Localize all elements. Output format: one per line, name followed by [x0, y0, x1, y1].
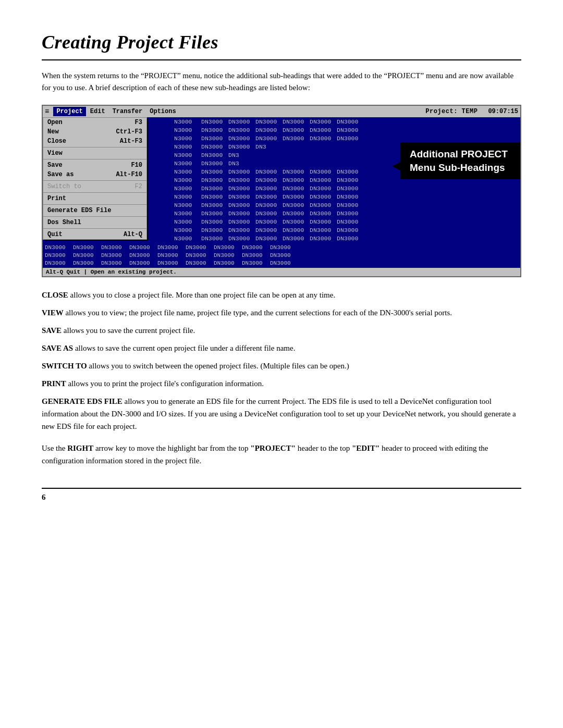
- para-generate: GENERATE EDS FILE allows you to generate…: [42, 395, 521, 433]
- para-switch-to: SWITCH TO allows you to switch between t…: [42, 360, 521, 372]
- para-view: VIEW allows you to view; the project fil…: [42, 306, 521, 319]
- print-text: allows you to print the project file's c…: [68, 379, 264, 388]
- menu-switch-to: Switch to F2: [43, 182, 146, 191]
- callout-line2: Menu Sub-Headings: [410, 162, 505, 173]
- callout-box: Additional PROJECT Menu Sub-Headings: [400, 142, 520, 179]
- page-number: 6: [42, 493, 46, 501]
- para-save-as: SAVE AS allows to save the current open …: [42, 342, 521, 354]
- save-as-text: allows to save the current open project …: [75, 344, 295, 352]
- intro-paragraph: When the system returns to the “PROJECT”…: [42, 70, 521, 93]
- closing-project-bold: "PROJECT": [250, 444, 296, 452]
- close-text: allows you to close a project file. More…: [70, 291, 336, 299]
- page-title: Creating Project Files: [42, 31, 521, 53]
- menu-dos-shell-label: Dos Shell: [47, 219, 81, 226]
- menu-open-label: Open: [47, 119, 63, 126]
- page-footer: 6: [42, 488, 521, 502]
- closing-right-bold: RIGHT: [67, 444, 93, 452]
- para-closing: Use the RIGHT arrow key to move the high…: [42, 442, 521, 467]
- menu-open-shortcut: F3: [135, 119, 142, 126]
- menu-save-as[interactable]: Save as Alt-F10: [43, 170, 146, 179]
- menu-save-as-label: Save as: [47, 171, 74, 178]
- menu-view-label: View: [47, 150, 63, 157]
- menu-save[interactable]: Save F10: [43, 161, 146, 170]
- title-divider: [42, 59, 521, 60]
- menu-quit-label: Quit: [47, 231, 63, 238]
- save-text: allows you to save the current project f…: [64, 326, 195, 335]
- dropdown-menu: Open F3 New Ctrl-F3 Close Alt-F3 View Sa: [43, 117, 147, 240]
- menu-edit[interactable]: Edit: [87, 107, 108, 116]
- menu-save-label: Save: [47, 162, 63, 169]
- time-display: 09:07:15: [488, 108, 518, 115]
- svg-marker-0: [392, 162, 400, 170]
- menu-generate-label: Generate EDS File: [47, 207, 111, 214]
- menu-save-as-shortcut: Alt-F10: [116, 171, 142, 178]
- menu-new[interactable]: New Ctrl-F3: [43, 127, 146, 137]
- bottom-row-1: DN3000 DN3000 DN3000 DN3000 DN3000 DN300…: [45, 243, 518, 251]
- menu-quit-shortcut: Alt-Q: [124, 231, 142, 238]
- rows-container: DN N3000 DN3000 DN3000 DN3000 DN3000 DN3…: [43, 117, 520, 242]
- menu-quit[interactable]: Quit Alt-Q: [43, 230, 146, 239]
- menu-project[interactable]: Project: [53, 107, 85, 116]
- menu-icon: ≡: [45, 107, 49, 116]
- project-info: Project: TEMP: [425, 108, 478, 115]
- menu-open[interactable]: Open F3: [43, 118, 146, 127]
- status-text: Alt-Q Quit | Open an existing project.: [46, 269, 177, 275]
- para-print: PRINT allows you to print the project fi…: [42, 377, 521, 390]
- status-bar: Alt-Q Quit | Open an existing project.: [43, 268, 520, 276]
- menu-save-shortcut: F10: [131, 162, 142, 169]
- save-bold: SAVE: [42, 326, 62, 335]
- bottom-data-area: DN3000 DN3000 DN3000 DN3000 DN3000 DN300…: [43, 242, 520, 268]
- print-bold: PRINT: [42, 379, 66, 388]
- menu-switch-label: Switch to: [47, 183, 81, 190]
- menu-view[interactable]: View: [43, 149, 146, 158]
- menu-close-label: Close: [47, 138, 66, 145]
- save-as-bold: SAVE AS: [42, 344, 73, 352]
- para-save: SAVE allows you to save the current proj…: [42, 324, 521, 337]
- menu-print[interactable]: Print: [43, 194, 146, 203]
- switch-to-bold: SWITCH TO: [42, 362, 87, 370]
- view-text: allows you to view; the project file nam…: [65, 309, 452, 317]
- closing-edit-bold: "EDIT": [352, 444, 380, 452]
- menu-options[interactable]: Options: [146, 107, 179, 116]
- view-bold: VIEW: [42, 309, 64, 317]
- screen-content: DN N3000 DN3000 DN3000 DN3000 DN3000 DN3…: [43, 117, 520, 268]
- menu-new-label: New: [47, 128, 59, 135]
- para-close: CLOSE allows you to close a project file…: [42, 289, 521, 301]
- screenshot: ≡ Project Edit Transfer Options Project:…: [42, 105, 521, 277]
- menu-transfer[interactable]: Transfer: [109, 107, 146, 116]
- menu-close[interactable]: Close Alt-F3: [43, 137, 146, 146]
- close-bold: CLOSE: [42, 291, 68, 299]
- bottom-row-2: DN3000 DN3000 DN3000 DN3000 DN3000 DN300…: [45, 251, 518, 259]
- menu-dos-shell[interactable]: Dos Shell: [43, 218, 146, 227]
- menu-new-shortcut: Ctrl-F3: [116, 128, 142, 135]
- menu-print-label: Print: [47, 195, 66, 202]
- menu-bar: ≡ Project Edit Transfer Options Project:…: [43, 106, 520, 117]
- switch-to-text: allows you to switch between the opened …: [89, 362, 349, 370]
- generate-bold: GENERATE EDS FILE: [42, 397, 123, 405]
- menu-generate-eds[interactable]: Generate EDS File: [43, 206, 146, 215]
- menu-close-shortcut: Alt-F3: [120, 138, 142, 145]
- bottom-row-3: DN3000 DN3000 DN3000 DN3000 DN3000 DN300…: [45, 259, 518, 267]
- callout-line1: Additional PROJECT: [410, 149, 508, 159]
- menu-switch-shortcut: F2: [135, 183, 142, 190]
